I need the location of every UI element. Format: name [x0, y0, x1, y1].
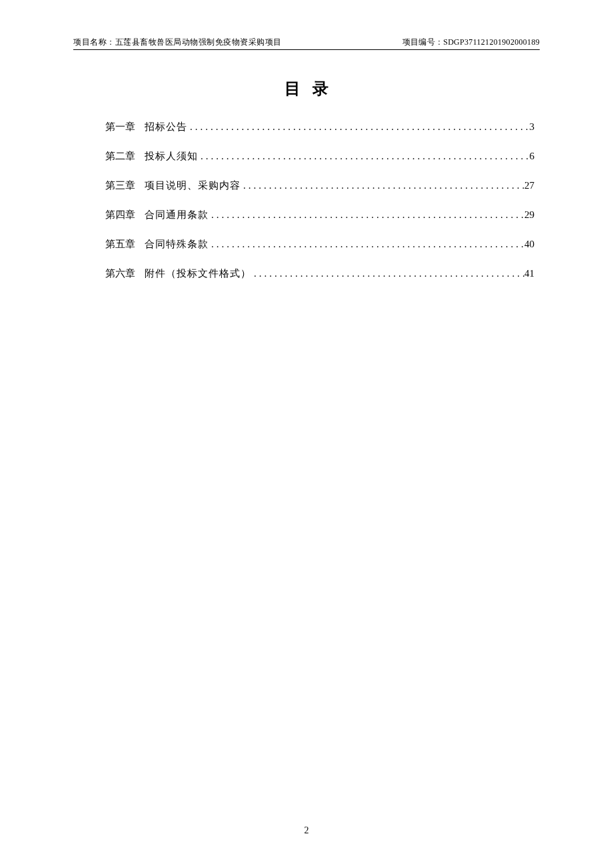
toc-name: 合同特殊条款 — [145, 238, 209, 251]
header-row: 项目名称：五莲县畜牧兽医局动物强制免疫物资采购项目 项目编号：SDGP37112… — [73, 37, 540, 50]
toc-name: 项目说明、采购内容 — [145, 179, 241, 192]
toc-name: 招标公告 — [145, 121, 187, 133]
toc-chapter: 第三章 — [105, 179, 135, 192]
code-value: SDGP371121201902000189 — [443, 37, 540, 47]
toc-page: 3 — [530, 121, 535, 133]
toc-chapter: 第四章 — [105, 209, 135, 221]
toc-name: 投标人须知 — [145, 150, 198, 163]
toc-dots — [187, 121, 530, 133]
toc-chapter: 第六章 — [105, 267, 135, 280]
toc-page: 27 — [524, 180, 534, 191]
toc-entry-3: 第三章 项目说明、采购内容 27 — [105, 179, 534, 192]
header-project: 项目名称：五莲县畜牧兽医局动物强制免疫物资采购项目 — [73, 37, 282, 48]
toc-name: 附件（投标文件格式） — [145, 267, 251, 280]
toc-chapter: 第二章 — [105, 150, 135, 163]
toc-dots — [209, 209, 524, 221]
toc-entry-6: 第六章 附件（投标文件格式） 41 — [105, 267, 534, 280]
toc-dots — [241, 180, 524, 191]
toc-list: 第一章 招标公告 3 第二章 投标人须知 6 第三章 项目说明、采购内容 27 … — [73, 121, 540, 280]
page-number: 2 — [0, 825, 613, 836]
project-name: 五莲县畜牧兽医局动物强制免疫物资采购项目 — [115, 37, 282, 47]
document-page: 项目名称：五莲县畜牧兽医局动物强制免疫物资采购项目 项目编号：SDGP37112… — [0, 0, 613, 868]
toc-page: 40 — [524, 239, 534, 250]
toc-name: 合同通用条款 — [145, 209, 209, 221]
toc-page: 41 — [524, 268, 534, 279]
toc-entry-1: 第一章 招标公告 3 — [105, 121, 534, 133]
toc-dots — [198, 151, 530, 162]
toc-entry-4: 第四章 合同通用条款 29 — [105, 209, 534, 221]
toc-dots — [251, 268, 524, 279]
toc-chapter: 第一章 — [105, 121, 135, 133]
toc-title: 目录 — [73, 78, 540, 99]
project-label: 项目名称： — [73, 37, 115, 47]
toc-page: 6 — [530, 151, 535, 162]
header-code: 项目编号：SDGP371121201902000189 — [402, 37, 540, 48]
code-label: 项目编号： — [402, 37, 444, 47]
toc-page: 29 — [524, 209, 534, 221]
toc-chapter: 第五章 — [105, 238, 135, 251]
toc-dots — [209, 239, 524, 250]
toc-entry-5: 第五章 合同特殊条款 40 — [105, 238, 534, 251]
toc-entry-2: 第二章 投标人须知 6 — [105, 150, 534, 163]
